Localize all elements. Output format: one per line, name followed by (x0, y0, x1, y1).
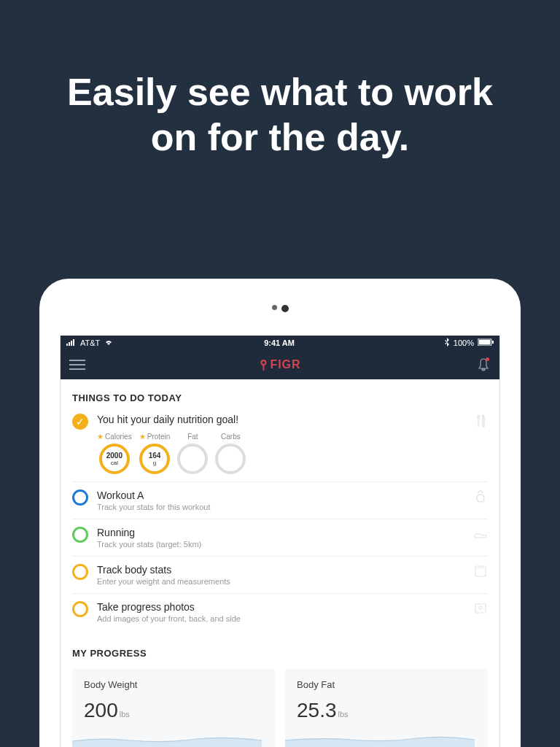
section-title-progress: MY PROGRESS (72, 648, 488, 659)
progress-card-bodyfat[interactable]: Body Fat 25.3lbs (285, 669, 488, 747)
section-title-todo: THINGS TO DO TODAY (72, 392, 488, 403)
sparkline (72, 730, 262, 747)
fork-icon (473, 414, 488, 428)
app-header: FIGR (61, 350, 499, 379)
card-title: Body Weight (84, 679, 263, 690)
tablet-camera (60, 305, 500, 312)
shoe-icon (473, 527, 488, 541)
check-icon: ✓ (72, 414, 88, 430)
todo-title: Track body stats (97, 564, 464, 576)
ring-blue-icon (72, 489, 88, 506)
ring-green-icon (72, 527, 88, 543)
svg-rect-6 (492, 341, 494, 344)
todo-title: Workout A (97, 489, 464, 501)
todo-subtitle: Add images of your front, back, and side (97, 614, 464, 623)
status-bar: AT&T 9:41 AM 100% (61, 336, 499, 350)
svg-rect-8 (475, 604, 486, 613)
todo-title: Running (97, 527, 464, 538)
svg-rect-0 (66, 344, 68, 346)
todo-subtitle: Track your stats for this workout (97, 503, 464, 511)
card-value: 25.3lbs (297, 699, 476, 722)
status-time: 9:41 AM (264, 338, 295, 347)
nutrition-rings: ★Calories 2000cal ★Protein 164g Fat (97, 433, 464, 474)
carrier-label: AT&T (80, 338, 100, 347)
tablet-frame: AT&T 9:41 AM 100% FI (39, 279, 521, 747)
svg-rect-5 (479, 340, 491, 345)
todo-subtitle: Enter your weight and measurements (97, 577, 464, 586)
notification-icon[interactable] (476, 357, 491, 372)
kettlebell-icon (473, 489, 488, 504)
nutrition-title: You hit your daily nutrition goal! (97, 414, 464, 425)
menu-icon[interactable] (69, 360, 85, 370)
ring-yellow-icon (72, 601, 88, 617)
todo-item-body-stats[interactable]: Track body stats Enter your weight and m… (72, 556, 488, 593)
progress-card-weight[interactable]: Body Weight 200lbs (72, 669, 275, 747)
todo-item-photos[interactable]: Take progress photos Add images of your … (72, 593, 488, 630)
todo-title: Take progress photos (97, 601, 464, 613)
svg-rect-7 (475, 566, 486, 576)
battery-icon (478, 338, 494, 347)
ring-yellow-icon (72, 564, 88, 580)
sparkline (285, 730, 475, 747)
todo-item-workout[interactable]: Workout A Track your stats for this work… (72, 481, 488, 519)
card-value: 200lbs (84, 699, 263, 722)
battery-label: 100% (454, 338, 474, 347)
wifi-icon (104, 338, 114, 347)
svg-rect-2 (71, 341, 72, 346)
hero-text: Easily see what to work on for the day. (0, 0, 560, 160)
card-title: Body Fat (297, 679, 476, 690)
app-logo: FIGR (259, 358, 300, 371)
app-screen: AT&T 9:41 AM 100% FI (60, 336, 500, 747)
svg-rect-3 (73, 339, 74, 346)
scale-icon (473, 564, 488, 578)
signal-icon (66, 338, 77, 347)
svg-point-9 (479, 606, 482, 609)
nutrition-goal-row[interactable]: ✓ You hit your daily nutrition goal! ★Ca… (72, 414, 488, 481)
todo-subtitle: Track your stats (target: 5km) (97, 540, 464, 549)
notification-badge (486, 357, 489, 361)
svg-rect-1 (69, 342, 70, 346)
todo-item-running[interactable]: Running Track your stats (target: 5km) (72, 519, 488, 556)
photo-icon (473, 601, 488, 616)
bluetooth-icon (445, 338, 450, 348)
